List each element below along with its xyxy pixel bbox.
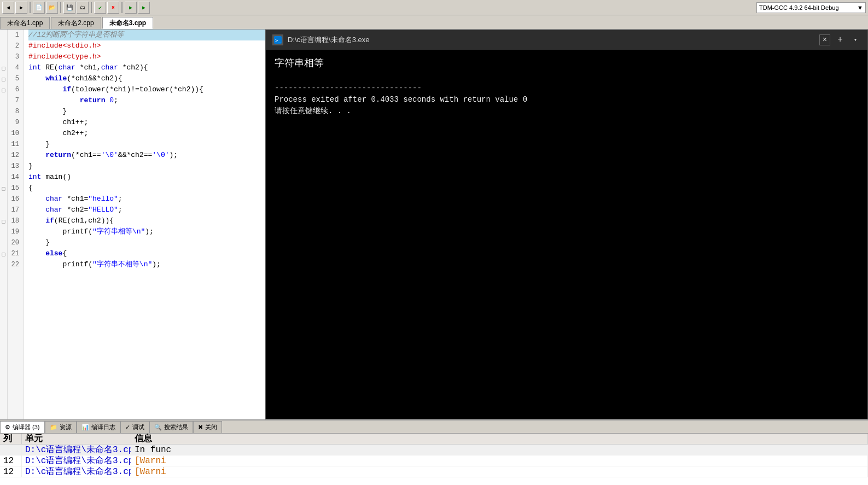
ln-13: 13 <box>8 161 21 172</box>
compiler-dropdown[interactable]: TDM-GCC 4.9.2 64-bit Debug ▼ <box>756 2 866 13</box>
toolbar-btn-new[interactable]: 📄 <box>33 2 45 14</box>
toolbar: ◀ ▶ 📄 📂 💾 🗂 ✔ ✖ ▶ ▶ TDM-GCC 4.9.2 64-bit… <box>0 0 868 15</box>
gutter-22 <box>0 259 7 270</box>
gutter-19 <box>0 226 7 237</box>
row-header-info: In func <box>131 445 868 455</box>
ln-18: 18 <box>8 215 21 226</box>
tabs-bar: 未命名1.cpp 未命名2.cpp 未命名3.cpp <box>0 15 868 30</box>
table-row-2: 12 D:\c语言编程\未命名3.cpp [Warni <box>0 466 868 477</box>
toolbar-btn-save-all[interactable]: 🗂 <box>77 2 89 14</box>
gutter-9 <box>0 117 7 128</box>
terminal-title: D:\c语言编程\未命名3.exe <box>288 35 815 45</box>
ln-5: 5 <box>8 73 21 84</box>
gutter-12 <box>0 150 7 161</box>
ln-4: 4 <box>8 62 21 73</box>
gutter-5[interactable]: □ <box>0 73 7 84</box>
resources-tab-label: 资源 <box>60 423 72 431</box>
line-numbers: 1 2 3 4 5 6 7 8 9 10 11 12 13 14 15 16 1… <box>8 30 24 419</box>
bottom-tab-search[interactable]: 🔍 搜索结果 <box>149 421 193 433</box>
gutter-17 <box>0 204 7 215</box>
gutter-11 <box>0 139 7 150</box>
row1-info: [Warni <box>131 455 868 466</box>
toolbar-sep-3 <box>91 2 92 13</box>
row2-unit[interactable]: D:\c语言编程\未命名3.cpp <box>22 466 131 477</box>
toolbar-btn-save[interactable]: 💾 <box>63 2 75 14</box>
toolbar-sep-1 <box>30 2 31 13</box>
gutter-18[interactable]: □ <box>0 215 7 226</box>
bottom-tab-resources[interactable]: 📁 资源 <box>45 421 77 433</box>
terminal-process-line: Process exited after 0.4033 seconds with… <box>275 95 527 104</box>
ln-21: 21 <box>8 248 21 259</box>
left-gutter: □ □ □ □ □ □ <box>0 30 8 419</box>
terminal-app-icon: >_ <box>272 34 283 45</box>
gutter-6[interactable]: □ <box>0 84 7 95</box>
bottom-table-header: 列 单元 信息 <box>0 434 868 445</box>
editor-area: □ □ □ □ □ □ 1 2 3 4 5 6 7 8 9 10 11 12 1… <box>0 30 868 419</box>
tab-file-2[interactable]: 未命名2.cpp <box>51 17 101 29</box>
ln-17: 17 <box>8 204 21 215</box>
svg-text:>_: >_ <box>275 38 281 43</box>
gutter-21[interactable]: □ <box>0 248 7 259</box>
ln-12: 12 <box>8 150 21 161</box>
row-header-unit[interactable]: D:\c语言编程\未命名3.cpp <box>22 445 131 455</box>
toolbar-btn-forward[interactable]: ▶ <box>15 2 27 14</box>
row-header-line <box>0 445 22 455</box>
toolbar-btn-compile[interactable]: ✔ <box>94 2 106 14</box>
row2-line: 12 <box>0 466 22 477</box>
col-header-line: 列 <box>0 434 22 444</box>
ln-14: 14 <box>8 172 21 183</box>
resources-tab-icon: 📁 <box>50 424 57 431</box>
ln-7: 7 <box>8 95 21 106</box>
gutter-20 <box>0 237 7 248</box>
toolbar-sep-2 <box>60 2 61 13</box>
bottom-tab-debug[interactable]: ✓ 调试 <box>120 421 149 433</box>
ln-2: 2 <box>8 40 21 51</box>
ln-9: 9 <box>8 117 21 128</box>
compile-log-tab-icon: 📊 <box>81 424 89 431</box>
toolbar-btn-stop[interactable]: ✖ <box>107 2 119 14</box>
close-tab-label: 关闭 <box>205 423 217 431</box>
bottom-tab-close[interactable]: ✖ 关闭 <box>193 421 222 433</box>
gutter-4[interactable]: □ <box>0 62 7 73</box>
toolbar-sep-4 <box>121 2 123 13</box>
toolbar-btn-run1[interactable]: ▶ <box>125 2 137 14</box>
bottom-tabs: ⚙ 编译器 (3) 📁 资源 📊 编译日志 ✓ 调试 🔍 搜索结果 ✖ 关闭 <box>0 420 868 434</box>
row1-line: 12 <box>0 455 22 466</box>
toolbar-btn-back[interactable]: ◀ <box>2 2 14 14</box>
gutter-14 <box>0 172 7 183</box>
bottom-tab-compile-log[interactable]: 📊 编译日志 <box>77 421 120 433</box>
ln-8: 8 <box>8 106 21 117</box>
gutter-3 <box>0 51 7 62</box>
terminal-titlebar: >_ D:\c语言编程\未命名3.exe × + ▾ <box>266 30 867 50</box>
terminal-chevron-button[interactable]: ▾ <box>850 34 861 45</box>
ln-22: 22 <box>8 259 21 270</box>
row1-unit[interactable]: D:\c语言编程\未命名3.cpp <box>22 455 131 466</box>
bottom-panel: ⚙ 编译器 (3) 📁 资源 📊 编译日志 ✓ 调试 🔍 搜索结果 ✖ 关闭 列… <box>0 419 868 485</box>
compile-log-tab-label: 编译日志 <box>91 423 115 431</box>
row2-info: [Warni <box>131 466 868 477</box>
gutter-2 <box>0 40 7 51</box>
gutter-16 <box>0 194 7 204</box>
terminal-add-button[interactable]: + <box>835 34 846 45</box>
ln-11: 11 <box>8 139 21 150</box>
col-header-unit: 单元 <box>22 434 131 444</box>
close-tab-icon: ✖ <box>198 424 203 431</box>
tab-file-3[interactable]: 未命名3.cpp <box>102 17 153 29</box>
terminal-close-button[interactable]: × <box>819 34 830 45</box>
table-row-1: 12 D:\c语言编程\未命名3.cpp [Warni <box>0 455 868 466</box>
gutter-15[interactable]: □ <box>0 183 7 194</box>
toolbar-btn-run2[interactable]: ▶ <box>138 2 150 14</box>
tab-file-1[interactable]: 未命名1.cpp <box>0 17 50 29</box>
terminal-result: 字符串相等 <box>275 58 324 69</box>
ln-1: 1 <box>8 30 21 40</box>
ln-3: 3 <box>8 51 21 62</box>
bottom-tab-compiler[interactable]: ⚙ 编译器 (3) <box>0 421 45 433</box>
gutter-13 <box>0 161 7 172</box>
gutter-10 <box>0 128 7 139</box>
toolbar-btn-open[interactable]: 📂 <box>46 2 58 14</box>
table-row-header: D:\c语言编程\未命名3.cpp In func <box>0 445 868 455</box>
debug-tab-icon: ✓ <box>125 424 130 431</box>
search-tab-icon: 🔍 <box>154 424 162 431</box>
compiler-tab-icon: ⚙ <box>5 424 10 431</box>
gutter-8 <box>0 106 7 117</box>
